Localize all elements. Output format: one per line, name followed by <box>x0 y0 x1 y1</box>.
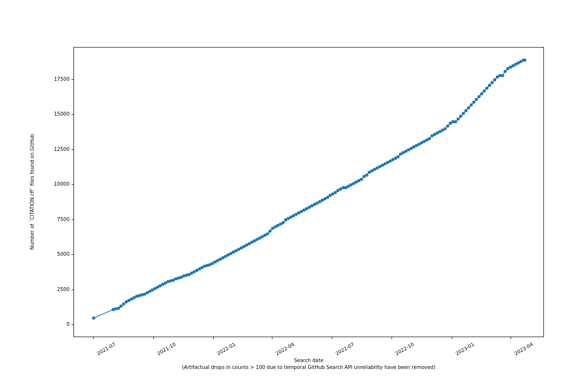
data-point <box>281 221 284 224</box>
data-point <box>185 274 188 277</box>
x-axis-label: Search date <box>74 358 544 363</box>
data-line <box>94 60 525 318</box>
y-tick-mark <box>72 184 74 185</box>
data-point <box>365 173 368 176</box>
y-tick-mark <box>72 324 74 325</box>
x-tick-mark <box>93 337 94 339</box>
y-tick-label: 10000 <box>49 181 70 187</box>
data-point <box>490 81 493 84</box>
data-point <box>138 294 141 297</box>
data-point <box>117 307 120 310</box>
data-point <box>326 196 329 199</box>
y-tick-label: 0 <box>49 321 70 327</box>
x-tick-label: 2022-10 <box>394 342 415 356</box>
data-point <box>504 70 507 73</box>
y-tick-label: 15000 <box>49 111 70 117</box>
data-point <box>488 84 491 87</box>
y-tick-label: 17500 <box>49 76 70 82</box>
x-tick-label: 2021-10 <box>156 342 177 356</box>
data-point <box>114 307 117 310</box>
data-point <box>454 120 457 123</box>
data-point <box>122 302 125 305</box>
data-point <box>169 279 172 282</box>
data-point <box>459 115 462 118</box>
data-point <box>483 89 486 92</box>
data-point <box>485 87 488 90</box>
x-tick-mark <box>153 337 154 339</box>
x-tick-label: 2023-01 <box>455 342 475 356</box>
y-tick-mark <box>72 220 74 220</box>
data-series-layer <box>74 48 544 338</box>
chart-figure: 025005000750010000125001500017500 2021-0… <box>0 0 588 392</box>
y-tick-label: 5000 <box>49 251 70 257</box>
data-point <box>501 74 504 77</box>
x-tick-mark <box>511 337 511 339</box>
y-axis-label: Number of `CITATION.cff` files found on … <box>29 94 35 290</box>
x-tick-mark <box>213 337 214 339</box>
data-point <box>92 317 95 319</box>
data-point <box>467 106 470 109</box>
plot-area <box>74 47 544 337</box>
data-point <box>266 232 269 235</box>
x-tick-mark <box>452 337 452 339</box>
data-point <box>177 276 180 279</box>
data-point <box>465 109 467 112</box>
y-tick-label: 12500 <box>49 147 70 152</box>
x-tick-label: 2023-04 <box>514 342 534 356</box>
y-tick-mark <box>72 114 74 115</box>
y-tick-label: 7500 <box>49 217 70 222</box>
data-point <box>523 59 526 62</box>
y-tick-mark <box>72 254 74 255</box>
data-point <box>269 229 271 232</box>
x-tick-label: 2022-07 <box>335 342 355 356</box>
data-point <box>334 191 337 194</box>
data-point <box>360 178 363 181</box>
y-tick-label: 2500 <box>49 287 70 292</box>
data-point <box>443 127 446 130</box>
data-point <box>457 118 460 121</box>
x-tick-label: 2021-07 <box>96 342 117 356</box>
y-tick-mark <box>72 290 74 290</box>
x-tick-label: 2022-04 <box>275 342 295 356</box>
data-point <box>446 124 449 127</box>
x-tick-mark <box>332 337 332 339</box>
x-tick-label: 2022-01 <box>216 342 237 356</box>
data-point <box>469 103 472 106</box>
data-point <box>120 304 122 307</box>
x-tick-mark <box>272 337 272 339</box>
data-point <box>480 92 483 95</box>
data-point <box>475 98 478 101</box>
x-axis-sublabel: (Artifactual drops in counts > 100 due t… <box>74 365 544 370</box>
y-tick-mark <box>72 79 74 80</box>
data-point <box>472 100 475 103</box>
data-point <box>477 95 480 98</box>
data-point <box>396 155 399 158</box>
data-point <box>428 137 431 140</box>
data-point <box>462 112 465 115</box>
data-point <box>493 78 496 81</box>
y-tick-mark <box>72 149 74 150</box>
x-tick-mark <box>392 337 392 339</box>
